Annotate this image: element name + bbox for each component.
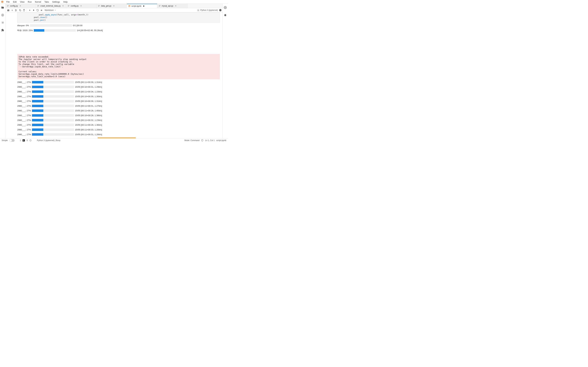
progress-label: 2980___: 27% <box>17 128 31 131</box>
progress-row: diaoyan: 0%0/1 [00:00 <box>17 24 220 27</box>
file-icon <box>68 5 70 7</box>
progress-row: 2980___: 27%15/55 [00:11<00:32, 1.23it/s… <box>17 119 220 121</box>
progress-bar <box>32 128 74 131</box>
tab-crawl_external_data-py[interactable]: crawl_external_data.py✕ <box>36 4 66 8</box>
progress-status: 15/55 [00:11<00:30, 1.31it/s] <box>75 81 102 83</box>
menu-help[interactable]: Help <box>61 0 69 4</box>
cut-cell-button[interactable] <box>14 8 18 12</box>
file-icon <box>7 5 9 7</box>
progress-status: 15/55 [00:11<00:31, 1.27it/s] <box>75 105 102 107</box>
debugger-icon[interactable] <box>224 14 227 17</box>
progress-fill <box>32 81 43 83</box>
chevron-down-icon <box>54 9 56 11</box>
progress-fill <box>32 114 43 117</box>
progress-row: 2980___: 27%15/55 [00:11<00:34, 1.15it/s… <box>17 91 220 93</box>
progress-row: 2980___: 27%15/55 [00:10<00:28, 1.38it/s… <box>17 114 220 117</box>
jupyter-logo[interactable] <box>1 0 4 3</box>
svg-rect-5 <box>129 6 130 6</box>
progress-fill <box>32 95 43 98</box>
tab-close-icon[interactable]: ✕ <box>175 5 177 7</box>
progress-row: 2980___: 27%15/55 [00:10<00:30, 1.30it/s… <box>17 95 220 98</box>
progress-status: 15/55 [00:11<00:34, 1.15it/s] <box>75 91 102 93</box>
restart-kernel-button[interactable] <box>36 8 39 12</box>
paste-cell-button[interactable] <box>22 8 26 12</box>
tab-label: crawl_external_data.py <box>40 5 61 7</box>
progress-bar <box>34 29 76 32</box>
progress-fill <box>32 133 43 136</box>
extension-manager-icon[interactable] <box>1 29 4 32</box>
restart-run-all-button[interactable] <box>40 8 43 12</box>
progress-label: 2980___: 27% <box>17 100 31 102</box>
running-terminals-icon[interactable] <box>1 14 4 17</box>
notebook-toolbar: Markdown Python 3 (ipykernel) <box>5 8 223 12</box>
tab-close-icon[interactable]: ✕ <box>113 5 115 7</box>
terminals-idle-count[interactable]: 0 <box>26 139 28 142</box>
progress-row: 2980___: 27%15/55 [00:10<00:31, 1.29it/s… <box>17 86 220 88</box>
sessions-icon[interactable] <box>29 139 32 142</box>
progress-label: 年份: 2020: 25% <box>17 29 33 32</box>
terminal-icon[interactable]: $_ <box>23 139 25 142</box>
line-column-text[interactable]: Ln 1, Col 1 <box>205 139 215 142</box>
tab-script-ipynb[interactable]: script.ipynb <box>127 4 157 8</box>
right-sidebar <box>223 4 228 138</box>
progress-label: 2980___: 27% <box>17 95 31 98</box>
svg-point-15 <box>30 140 31 141</box>
menu-edit[interactable]: Edit <box>11 0 18 4</box>
insert-cell-button[interactable] <box>10 8 14 12</box>
table-of-contents-icon[interactable] <box>1 21 4 24</box>
menu-file[interactable]: File <box>5 0 11 4</box>
tab-bar: config.py✕crawl_external_data.py✕config.… <box>5 4 223 8</box>
tab-config-py[interactable]: config.py✕ <box>66 4 96 8</box>
kernel-status-text[interactable]: Python 3 (ipykernel) | Busy <box>37 139 60 142</box>
menu-view[interactable]: View <box>18 0 26 4</box>
progress-fill <box>32 119 43 121</box>
tab-label: mysql_api.py <box>162 5 173 7</box>
kernel-status-indicator[interactable] <box>219 9 222 11</box>
progress-fill <box>32 105 43 107</box>
tab-mysql_api-py[interactable]: mysql_api.py✕ <box>157 4 188 8</box>
progress-row: 2980___: 27%15/55 [00:11<00:31, 1.26it/s… <box>17 133 220 136</box>
simple-mode-label: Simple <box>2 139 8 142</box>
mode-text[interactable]: Mode: Command <box>184 139 199 142</box>
tab-close-icon[interactable]: ✕ <box>62 5 64 7</box>
tab-label: config.py <box>10 5 18 7</box>
progress-bar <box>32 86 74 88</box>
progress-row: 2980___: 27%15/55 [00:11<00:33, 1.20it/s… <box>17 128 220 131</box>
menu-run[interactable]: Run <box>26 0 33 4</box>
left-sidebar <box>0 4 5 138</box>
progress-status: 15/55 [00:11<00:28, 1.40it/s] <box>75 109 102 112</box>
copy-cell-button[interactable] <box>18 8 22 12</box>
tab-data_get-py[interactable]: data_get.py✕ <box>96 4 127 8</box>
progress-row: 2980___: 27%15/55 [00:10<00:30, 1.31it/s… <box>17 100 220 102</box>
cell-type-select[interactable]: Markdown <box>45 9 56 11</box>
menu-settings[interactable]: Settings <box>51 0 61 4</box>
tab-close-icon[interactable]: ✕ <box>19 5 21 7</box>
interrupt-kernel-button[interactable] <box>32 8 35 12</box>
progress-label: 2980___: 27% <box>17 81 31 83</box>
file-browser-icon[interactable] <box>1 6 4 9</box>
svg-point-7 <box>15 9 16 10</box>
cell-type-label: Markdown <box>45 9 54 11</box>
notebook-trusted-icon[interactable] <box>196 8 200 12</box>
notebook-content[interactable]: pool.apply_async(func_call, args=(month,… <box>5 12 223 138</box>
terminals-running-count[interactable]: 1 <box>20 139 21 142</box>
filename-text[interactable]: script.ipynb <box>216 139 226 142</box>
run-cell-button[interactable] <box>28 8 32 12</box>
progress-bar <box>32 133 74 136</box>
kernel-name[interactable]: Python 3 (ipykernel) <box>200 9 218 11</box>
menu-kernel[interactable]: Kernel <box>33 0 43 4</box>
notebook-trust-icon[interactable] <box>201 139 203 142</box>
save-button[interactable] <box>6 8 10 12</box>
code-cell[interactable]: pool.apply_async(func_call, args=(month,… <box>17 12 220 23</box>
progress-bar <box>32 109 74 112</box>
simple-mode-toggle[interactable] <box>9 139 15 142</box>
menu-bar: FileEditViewRunKernelTabsSettingsHelp <box>0 0 228 4</box>
progress-status: 15/55 [00:11<00:32, 1.23it/s] <box>75 119 102 121</box>
menu-tabs[interactable]: Tabs <box>43 0 51 4</box>
progress-label: diaoyan: 0% <box>17 24 29 27</box>
progress-bar <box>32 95 74 98</box>
tab-config-py[interactable]: config.py✕ <box>5 4 36 8</box>
progress-fill <box>32 86 43 88</box>
property-inspector-icon[interactable] <box>224 6 227 9</box>
tab-close-icon[interactable]: ✕ <box>80 5 82 7</box>
